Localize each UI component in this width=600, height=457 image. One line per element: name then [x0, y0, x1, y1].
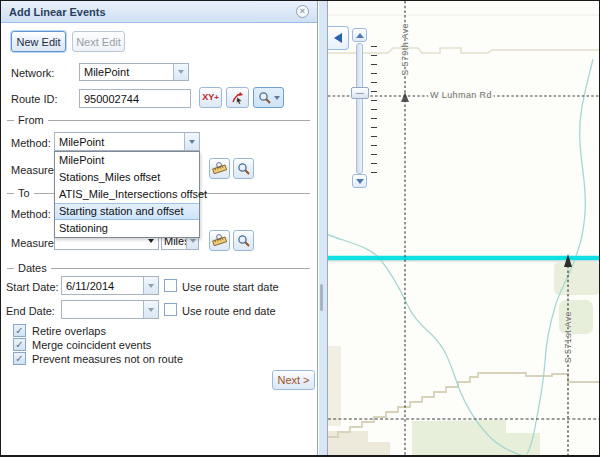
- ruler-icon: [212, 162, 227, 175]
- prevent-measures-label: Prevent measures not on route: [32, 353, 183, 365]
- route-id-label: Route ID:: [11, 93, 57, 105]
- map-viewport[interactable]: S 579th Ave W Luhman Rd S 571st Ave: [328, 1, 599, 455]
- prevent-measures-checkbox[interactable]: ✓: [13, 352, 26, 365]
- chevron-down-icon[interactable]: [184, 133, 199, 150]
- chevron-down-icon[interactable]: [173, 64, 188, 80]
- xy-locate-button[interactable]: XY+: [199, 87, 222, 108]
- to-measure-ruler-button[interactable]: [209, 230, 230, 251]
- route-id-input[interactable]: [80, 90, 190, 107]
- method-dropdown-list: MilePoint Stations_Miles offset ATIS_Mil…: [54, 151, 200, 238]
- merge-coincident-events-checkbox[interactable]: ✓: [13, 338, 26, 351]
- add-linear-events-panel: Add Linear Events × New Edit Next Edit N…: [1, 1, 318, 455]
- zoom-out-button[interactable]: [352, 174, 367, 188]
- network-combo[interactable]: MilePoint: [79, 63, 189, 81]
- chevron-down-icon[interactable]: [143, 277, 158, 294]
- dropdown-item-highlighted[interactable]: Starting station and offset: [55, 203, 199, 220]
- dropdown-item[interactable]: Stationing: [55, 220, 199, 237]
- chevron-down-icon: [274, 96, 280, 100]
- search-icon: [237, 162, 250, 175]
- collapse-arrow-icon: [334, 33, 342, 43]
- from-method-combo[interactable]: MilePoint: [54, 132, 200, 151]
- chevron-down-icon[interactable]: [143, 301, 158, 318]
- end-date-combo[interactable]: [61, 300, 159, 319]
- xy-icon: XY: [202, 93, 214, 102]
- retire-overlaps-checkbox[interactable]: ✓: [13, 324, 26, 337]
- new-edit-button[interactable]: New Edit: [11, 31, 66, 52]
- zoom-slider-thumb[interactable]: [351, 87, 369, 99]
- arrow-down-icon: [356, 179, 364, 184]
- vegetation-patch: [412, 420, 540, 455]
- to-method-label: Method:: [11, 208, 51, 220]
- panel-splitter[interactable]: [319, 1, 328, 455]
- app-window: Add Linear Events × New Edit Next Edit N…: [0, 0, 600, 457]
- splitter-handle[interactable]: [320, 284, 323, 311]
- next-button[interactable]: Next >: [272, 370, 315, 390]
- zoom-slider-ticks: [371, 46, 377, 173]
- select-route-on-map-button[interactable]: [226, 87, 249, 108]
- panel-title: Add Linear Events: [9, 6, 106, 18]
- contour-line: [328, 48, 599, 53]
- intersection-arrow: [401, 92, 409, 102]
- road-label-s579th: S 579th Ave: [396, 5, 413, 93]
- search-icon: [237, 234, 250, 247]
- arrow-up-icon: [356, 33, 364, 38]
- merge-coincident-events-label: Merge coincident events: [32, 339, 151, 351]
- from-fieldset-legend: From: [7, 114, 310, 126]
- from-measure-search-button[interactable]: [233, 158, 254, 179]
- vegetation-patch: [554, 262, 599, 295]
- road-label-w-luhman: W Luhman Rd: [428, 90, 494, 100]
- use-route-start-date-label: Use route start date: [182, 281, 279, 293]
- check-icon: ✓: [15, 339, 23, 350]
- network-label: Network:: [11, 67, 54, 79]
- to-measure-search-button[interactable]: [233, 230, 254, 251]
- route-search-split-button[interactable]: [253, 87, 284, 108]
- close-icon[interactable]: ×: [296, 5, 309, 18]
- retire-overlaps-label: Retire overlaps: [32, 325, 106, 337]
- dates-fieldset-legend: Dates: [7, 262, 310, 274]
- check-icon: ✓: [15, 325, 23, 336]
- road-label-s571st: S 571st Ave: [559, 295, 576, 379]
- dropdown-item[interactable]: ATIS_Mile_Intersections offset: [55, 186, 199, 203]
- search-icon: [258, 91, 271, 104]
- from-measure-label: Measure:: [11, 164, 57, 176]
- from-measure-ruler-button[interactable]: [209, 158, 230, 179]
- land-patch: [328, 346, 341, 426]
- dropdown-item[interactable]: Stations_Miles offset: [55, 169, 199, 186]
- ruler-icon: [212, 234, 227, 247]
- end-date-label: End Date:: [6, 305, 55, 317]
- map-canvas: [328, 1, 599, 455]
- start-date-label: Start Date:: [6, 281, 59, 293]
- collapse-panel-button[interactable]: [328, 26, 349, 50]
- from-method-label: Method:: [11, 137, 51, 149]
- panel-header: Add Linear Events ×: [1, 1, 317, 23]
- zoom-in-button[interactable]: [352, 28, 367, 42]
- check-icon: ✓: [15, 353, 23, 364]
- to-measure-label: Measure:: [11, 237, 57, 249]
- dropdown-item[interactable]: MilePoint: [55, 152, 199, 169]
- zoom-slider-track[interactable]: [356, 43, 363, 174]
- route-id-field: [79, 89, 191, 108]
- start-date-combo[interactable]: 6/11/2014: [61, 276, 159, 295]
- next-edit-button[interactable]: Next Edit: [72, 31, 125, 52]
- select-pointer-icon: [231, 91, 245, 104]
- use-route-end-date-checkbox[interactable]: [164, 303, 177, 316]
- use-route-end-date-label: Use route end date: [182, 305, 276, 317]
- use-route-start-date-checkbox[interactable]: [164, 279, 177, 292]
